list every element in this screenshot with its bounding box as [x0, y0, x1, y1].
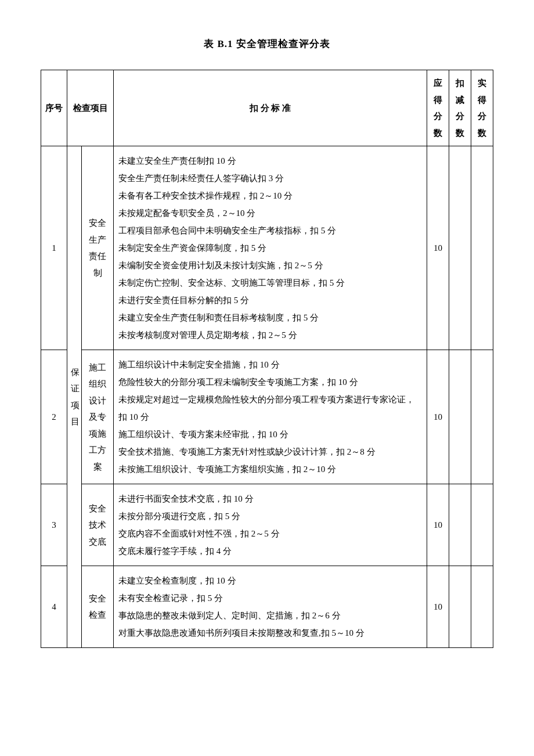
header-seq: 序号	[41, 70, 67, 146]
cell-score-deduct	[449, 350, 471, 484]
cell-criteria: 未建立安全生产责任制扣 10 分安全生产责任制未经责任人签字确认扣 3 分未备有…	[114, 146, 427, 350]
document-title: 表 B.1 安全管理检查评分表	[41, 35, 493, 53]
table-row: 2 施工组织设计及专项施工方案 施工组织设计中未制定安全措施，扣 10 分危险性…	[41, 350, 493, 484]
cell-score-full: 10	[427, 566, 449, 648]
scoring-table: 序号 检查项目 扣 分 标 准 应得分数 扣减分数 实得分数 1 保证项目 安全…	[41, 70, 493, 648]
cell-score-actual	[471, 146, 493, 350]
cell-score-deduct	[449, 484, 471, 566]
table-row: 1 保证项目 安全生产责任制 未建立安全生产责任制扣 10 分安全生产责任制未经…	[41, 146, 493, 350]
cell-item: 安全技术交底	[82, 484, 114, 566]
cell-score-deduct	[449, 146, 471, 350]
cell-seq: 2	[41, 350, 67, 484]
cell-score-full: 10	[427, 146, 449, 350]
table-row: 3 安全技术交底 未进行书面安全技术交底，扣 10 分未按分部分项进行交底，扣 …	[41, 484, 493, 566]
cell-score-actual	[471, 484, 493, 566]
header-score-actual: 实得分数	[471, 70, 493, 146]
cell-score-full: 10	[427, 484, 449, 566]
cell-criteria: 未进行书面安全技术交底，扣 10 分未按分部分项进行交底，扣 5 分交底内容不全…	[114, 484, 427, 566]
header-criteria: 扣 分 标 准	[114, 70, 427, 146]
cell-seq: 3	[41, 484, 67, 566]
cell-score-deduct	[449, 566, 471, 648]
cell-score-actual	[471, 566, 493, 648]
cell-seq: 1	[41, 146, 67, 350]
table-header-row: 序号 检查项目 扣 分 标 准 应得分数 扣减分数 实得分数	[41, 70, 493, 146]
table-row: 4 安全检查 未建立安全检查制度，扣 10 分未有安全检查记录，扣 5 分事故隐…	[41, 566, 493, 648]
cell-criteria: 未建立安全检查制度，扣 10 分未有安全检查记录，扣 5 分事故隐患的整改未做到…	[114, 566, 427, 648]
cell-score-full: 10	[427, 350, 449, 484]
header-score-deduct: 扣减分数	[449, 70, 471, 146]
cell-item: 安全生产责任制	[82, 146, 114, 350]
header-check-item: 检查项目	[67, 70, 114, 146]
cell-criteria: 施工组织设计中未制定安全措施，扣 10 分危险性较大的分部分项工程未编制安全专项…	[114, 350, 427, 484]
cell-seq: 4	[41, 566, 67, 648]
header-score-full: 应得分数	[427, 70, 449, 146]
cell-item: 施工组织设计及专项施工方案	[82, 350, 114, 484]
cell-group-label: 保证项目	[67, 146, 82, 648]
cell-item: 安全检查	[82, 566, 114, 648]
cell-score-actual	[471, 350, 493, 484]
